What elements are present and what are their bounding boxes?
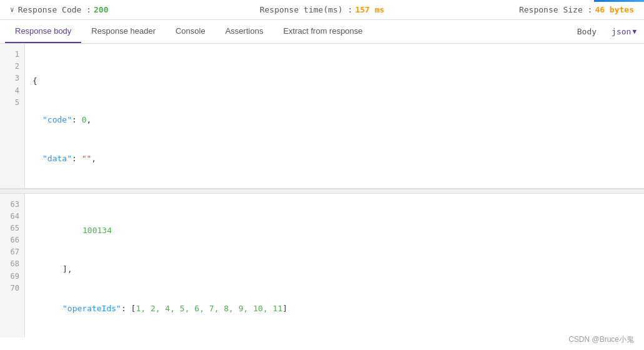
- response-code-label: Response Code :: [18, 5, 91, 14]
- chevron-icon: ∨: [10, 6, 14, 14]
- response-code-value: 200: [94, 5, 108, 14]
- code-line-2: "code" : 0 ,: [32, 114, 637, 127]
- response-size-item: Response Size : 46 bytes: [426, 5, 634, 14]
- code-line-3: "data" : "" ,: [32, 152, 637, 166]
- tab-assertions[interactable]: Assertions: [215, 20, 274, 43]
- line-numbers-bottom: 63 64 65 66 67 68 69 70: [0, 194, 25, 338]
- main-content: 1 2 3 4 5 { "code" : 0 , ": [0, 44, 644, 338]
- code-line-64: ],: [32, 263, 637, 276]
- tab-response-header[interactable]: Response header: [81, 20, 166, 43]
- dropdown-arrow-icon: ▼: [632, 28, 637, 36]
- response-time-value: 157 ms: [355, 5, 384, 14]
- code-line-63: 100134: [32, 224, 637, 238]
- code-line-65: "operateIds" : [ 1, 2, 4, 5, 6, 7, 8, 9,…: [32, 302, 637, 316]
- tab-extract-from-response[interactable]: Extract from response: [273, 20, 372, 43]
- tabs-bar: Response body Response header Console As…: [0, 20, 644, 44]
- tab-body[interactable]: Body: [570, 21, 604, 42]
- response-size-value: 46 bytes: [595, 5, 634, 14]
- response-code-item: ∨ Response Code : 200: [10, 5, 218, 14]
- status-bar: ∨ Response Code : 200 Response time(ms) …: [0, 0, 644, 20]
- code-content-bottom: 100134 ], "operateIds" : [ 1, 2, 4, 5, 6…: [25, 194, 644, 338]
- top-code-panel: 1 2 3 4 5 { "code" : 0 , ": [0, 44, 644, 189]
- tab-response-body[interactable]: Response body: [5, 20, 81, 43]
- panel-divider: [0, 189, 644, 194]
- code-content-top: { "code" : 0 , "data" : "" ,: [25, 44, 644, 188]
- response-size-label: Response Size :: [519, 5, 592, 14]
- response-time-item: Response time(ms) : 157 ms: [218, 5, 426, 14]
- line-numbers-top: 1 2 3 4 5: [0, 44, 25, 188]
- tabs-right: Body json ▼: [570, 21, 639, 42]
- code-line-1: {: [32, 75, 637, 88]
- watermark: CSDN @Bruce小鬼: [568, 334, 634, 338]
- bottom-code-panel: 63 64 65 66 67 68 69 70 100134 ],: [0, 194, 644, 338]
- tab-json[interactable]: json ▼: [609, 21, 639, 42]
- response-time-label: Response time(ms) :: [260, 5, 353, 14]
- tab-console[interactable]: Console: [166, 20, 215, 43]
